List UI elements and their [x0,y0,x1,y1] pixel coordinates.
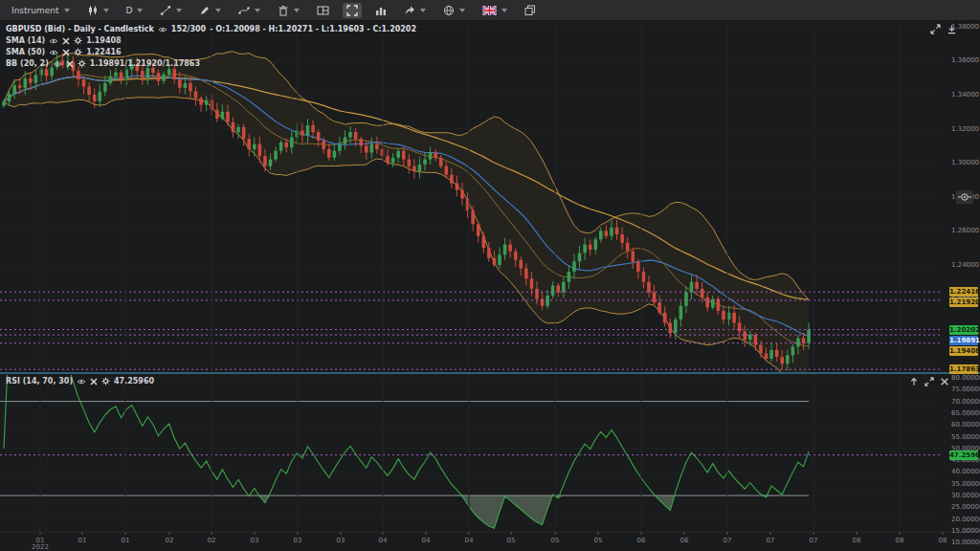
indicator-value: 1.22416 [86,48,121,56]
move-pane-up-icon[interactable] [909,377,919,386]
remove-indicator-icon[interactable] [62,37,70,45]
rsi-value: 47.25960 [114,377,154,386]
language-dropdown[interactable] [479,4,511,17]
gear-icon[interactable] [74,36,82,45]
remove-indicator-icon[interactable] [66,60,74,68]
indicator-label: SMA (14) [6,36,45,45]
instrument-label: Instrument [11,6,59,15]
curve-tool-icon [238,5,250,16]
chart-type-dropdown[interactable] [83,3,113,18]
ohlc-values: - O:1.20098 - H:1.20271 - L:1.19603 - C:… [210,25,416,33]
chevron-down-icon [420,9,426,12]
trendline-tool-dropdown[interactable] [156,3,186,18]
rsi-label: RSI (14, 70, 30) [6,377,73,386]
remove-drawings-dropdown[interactable] [274,3,303,18]
download-icon[interactable] [947,24,957,34]
uk-flag-icon [482,6,497,15]
trend-line-icon [160,5,171,16]
chevron-down-icon [176,9,182,12]
visibility-eye-icon[interactable] [158,26,167,33]
indicator-row-sma50: SMA (50) 1.22416 [6,48,122,56]
gear-icon[interactable] [74,48,82,56]
rsi-pane-controls [909,377,949,386]
indicator-value: 1.19891/1.21920/1.17863 [90,59,200,68]
indicator-label: SMA (50) [6,48,45,56]
chevron-down-icon [137,9,143,12]
main-pane-controls [930,24,957,34]
share-arrow-icon [404,5,415,16]
volume-indicator-button[interactable] [371,3,390,18]
chevron-down-icon [501,9,507,12]
bar-chart-icon [375,5,387,16]
maximize-pane-icon[interactable] [924,377,934,386]
price-scale-auto-icon[interactable] [956,190,973,204]
candlestick-icon [87,5,99,16]
expand-icon [346,5,358,16]
chevron-down-icon [215,9,221,12]
trading-chart-app: Instrument D [0,0,980,551]
timeframe-dropdown[interactable]: D [122,4,147,17]
visibility-eye-icon[interactable] [53,60,62,68]
chevron-down-icon [294,9,300,12]
watermark-dropdown[interactable] [439,3,469,18]
timeframe-label: D [126,6,133,15]
fullscreen-button[interactable] [343,3,362,18]
layout-grid-icon [317,5,329,16]
chevron-down-icon [64,9,70,12]
bar-counter: 152/300 [171,25,206,33]
expand-pane-icon[interactable] [930,24,941,34]
rsi-header-row: RSI (14, 70, 30) 47.25960 [6,377,154,386]
remove-indicator-icon[interactable] [90,378,98,386]
chart-canvas[interactable] [0,0,980,551]
chevron-down-icon [459,9,465,12]
chevron-down-icon [103,9,109,12]
layout-button[interactable] [313,3,333,18]
indicator-row-bb: BB (20, 2) 1.19891/1.21920/1.17863 [6,59,200,68]
visibility-eye-icon[interactable] [49,49,58,56]
chart-legend: GBPUSD (Bid) - Daily - Candlestick 152/3… [6,25,416,33]
drawing-tool-dropdown[interactable] [195,3,225,18]
remove-indicator-icon[interactable] [62,49,70,56]
chevron-down-icon [255,9,260,12]
close-pane-icon[interactable] [940,377,949,386]
indicator-row-sma14: SMA (14) 1.19408 [6,36,122,45]
gear-icon[interactable] [101,377,110,386]
trash-icon [278,5,289,16]
instrument-dropdown[interactable]: Instrument [8,4,74,17]
copy-icon [524,5,536,16]
chart-title: GBPUSD (Bid) - Daily - Candlestick [6,25,154,33]
globe-icon [443,5,455,16]
visibility-eye-icon[interactable] [77,378,86,386]
duplicate-chart-button[interactable] [521,3,540,18]
indicator-value: 1.19408 [86,36,121,45]
toolbar: Instrument D [0,0,980,21]
share-dropdown[interactable] [400,3,430,18]
gear-icon[interactable] [78,59,86,68]
pencil-icon [199,5,211,16]
indicator-label: BB (20, 2) [6,59,49,68]
visibility-eye-icon[interactable] [49,37,58,45]
curve-tool-dropdown[interactable] [234,3,264,18]
